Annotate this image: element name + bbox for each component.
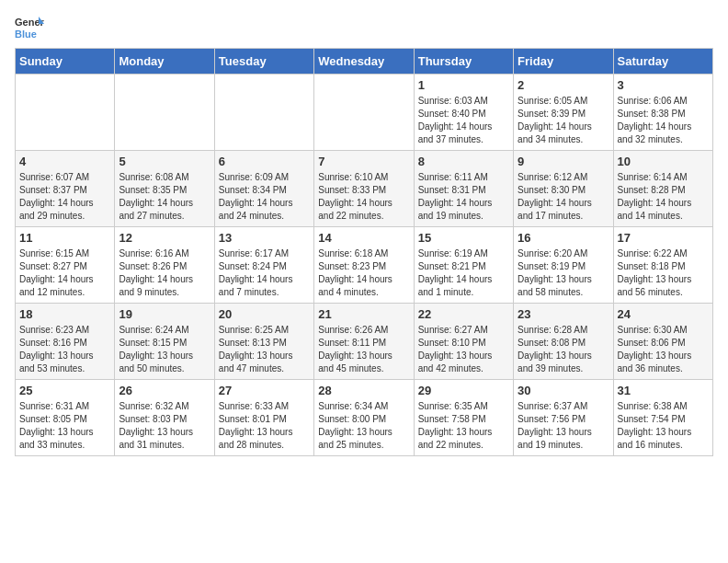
calendar-week-4: 18Sunrise: 6:23 AM Sunset: 8:16 PM Dayli… <box>16 304 713 380</box>
header-day-friday: Friday <box>514 49 613 75</box>
day-number: 16 <box>518 231 609 245</box>
day-number: 4 <box>19 155 110 168</box>
day-info: Sunrise: 6:27 AM Sunset: 8:10 PM Dayligh… <box>418 324 509 375</box>
day-number: 13 <box>219 231 310 245</box>
calendar-cell: 29Sunrise: 6:35 AM Sunset: 7:58 PM Dayli… <box>414 380 513 456</box>
day-number: 15 <box>418 231 509 245</box>
calendar-cell: 30Sunrise: 6:37 AM Sunset: 7:56 PM Dayli… <box>514 380 613 456</box>
day-info: Sunrise: 6:25 AM Sunset: 8:13 PM Dayligh… <box>219 324 310 375</box>
day-info: Sunrise: 6:16 AM Sunset: 8:26 PM Dayligh… <box>119 247 210 299</box>
calendar-cell: 14Sunrise: 6:18 AM Sunset: 8:23 PM Dayli… <box>314 227 414 304</box>
day-number: 14 <box>318 231 409 245</box>
day-info: Sunrise: 6:19 AM Sunset: 8:21 PM Dayligh… <box>418 247 509 299</box>
day-info: Sunrise: 6:23 AM Sunset: 8:16 PM Dayligh… <box>19 324 110 375</box>
calendar-cell: 21Sunrise: 6:26 AM Sunset: 8:11 PM Dayli… <box>314 304 414 380</box>
day-info: Sunrise: 6:20 AM Sunset: 8:19 PM Dayligh… <box>518 247 609 299</box>
day-info: Sunrise: 6:08 AM Sunset: 8:35 PM Dayligh… <box>119 171 210 223</box>
svg-text:Blue: Blue <box>15 29 37 40</box>
day-info: Sunrise: 6:05 AM Sunset: 8:39 PM Dayligh… <box>518 95 609 146</box>
day-number: 21 <box>318 307 409 321</box>
day-info: Sunrise: 6:26 AM Sunset: 8:11 PM Dayligh… <box>318 324 409 375</box>
calendar-cell: 25Sunrise: 6:31 AM Sunset: 8:05 PM Dayli… <box>16 380 115 456</box>
logo-svg: General Blue <box>15 15 44 40</box>
day-number: 26 <box>119 384 210 397</box>
day-number: 10 <box>618 155 709 168</box>
day-info: Sunrise: 6:37 AM Sunset: 7:56 PM Dayligh… <box>518 400 609 452</box>
day-info: Sunrise: 6:14 AM Sunset: 8:28 PM Dayligh… <box>618 171 709 223</box>
day-info: Sunrise: 6:34 AM Sunset: 8:00 PM Dayligh… <box>318 400 409 452</box>
header-day-sunday: Sunday <box>16 49 115 75</box>
calendar-cell: 10Sunrise: 6:14 AM Sunset: 8:28 PM Dayli… <box>613 151 712 227</box>
header-day-wednesday: Wednesday <box>314 49 414 75</box>
day-number: 27 <box>219 384 310 397</box>
calendar-cell: 20Sunrise: 6:25 AM Sunset: 8:13 PM Dayli… <box>214 304 313 380</box>
calendar-table: SundayMondayTuesdayWednesdayThursdayFrid… <box>15 48 713 456</box>
calendar-cell: 6Sunrise: 6:09 AM Sunset: 8:34 PM Daylig… <box>214 151 313 227</box>
calendar-week-2: 4Sunrise: 6:07 AM Sunset: 8:37 PM Daylig… <box>16 151 713 227</box>
day-number: 29 <box>418 384 509 397</box>
calendar-cell: 8Sunrise: 6:11 AM Sunset: 8:31 PM Daylig… <box>414 151 513 227</box>
calendar-cell: 7Sunrise: 6:10 AM Sunset: 8:33 PM Daylig… <box>314 151 414 227</box>
day-info: Sunrise: 6:35 AM Sunset: 7:58 PM Dayligh… <box>418 400 509 452</box>
header-day-monday: Monday <box>115 49 214 75</box>
calendar-week-1: 1Sunrise: 6:03 AM Sunset: 8:40 PM Daylig… <box>16 75 713 151</box>
day-info: Sunrise: 6:24 AM Sunset: 8:15 PM Dayligh… <box>119 324 210 375</box>
header-day-tuesday: Tuesday <box>214 49 313 75</box>
day-number: 22 <box>418 307 509 321</box>
day-number: 30 <box>518 384 609 397</box>
day-number: 31 <box>618 384 709 397</box>
calendar-cell: 22Sunrise: 6:27 AM Sunset: 8:10 PM Dayli… <box>414 304 513 380</box>
day-number: 25 <box>19 384 110 397</box>
day-number: 28 <box>318 384 409 397</box>
day-info: Sunrise: 6:17 AM Sunset: 8:24 PM Dayligh… <box>219 247 310 299</box>
calendar-cell: 9Sunrise: 6:12 AM Sunset: 8:30 PM Daylig… <box>514 151 613 227</box>
day-number: 11 <box>19 231 110 245</box>
calendar-week-5: 25Sunrise: 6:31 AM Sunset: 8:05 PM Dayli… <box>16 380 713 456</box>
day-info: Sunrise: 6:18 AM Sunset: 8:23 PM Dayligh… <box>318 247 409 299</box>
day-number: 20 <box>219 307 310 321</box>
day-info: Sunrise: 6:03 AM Sunset: 8:40 PM Dayligh… <box>418 95 509 146</box>
day-info: Sunrise: 6:15 AM Sunset: 8:27 PM Dayligh… <box>19 247 110 299</box>
calendar-cell <box>115 75 214 151</box>
calendar-cell <box>314 75 414 151</box>
day-info: Sunrise: 6:30 AM Sunset: 8:06 PM Dayligh… <box>618 324 709 375</box>
calendar-cell: 15Sunrise: 6:19 AM Sunset: 8:21 PM Dayli… <box>414 227 513 304</box>
header-row: SundayMondayTuesdayWednesdayThursdayFrid… <box>16 49 713 75</box>
calendar-cell: 11Sunrise: 6:15 AM Sunset: 8:27 PM Dayli… <box>16 227 115 304</box>
day-info: Sunrise: 6:09 AM Sunset: 8:34 PM Dayligh… <box>219 171 310 223</box>
calendar-cell: 12Sunrise: 6:16 AM Sunset: 8:26 PM Dayli… <box>115 227 214 304</box>
header-day-thursday: Thursday <box>414 49 513 75</box>
day-number: 1 <box>418 78 509 92</box>
calendar-cell: 26Sunrise: 6:32 AM Sunset: 8:03 PM Dayli… <box>115 380 214 456</box>
calendar-cell: 27Sunrise: 6:33 AM Sunset: 8:01 PM Dayli… <box>214 380 313 456</box>
calendar-week-3: 11Sunrise: 6:15 AM Sunset: 8:27 PM Dayli… <box>16 227 713 304</box>
logo: General Blue <box>15 15 44 40</box>
day-number: 19 <box>119 307 210 321</box>
calendar-cell: 24Sunrise: 6:30 AM Sunset: 8:06 PM Dayli… <box>613 304 712 380</box>
calendar-cell: 28Sunrise: 6:34 AM Sunset: 8:00 PM Dayli… <box>314 380 414 456</box>
day-info: Sunrise: 6:22 AM Sunset: 8:18 PM Dayligh… <box>618 247 709 299</box>
day-number: 5 <box>119 155 210 168</box>
calendar-cell: 1Sunrise: 6:03 AM Sunset: 8:40 PM Daylig… <box>414 75 513 151</box>
day-info: Sunrise: 6:32 AM Sunset: 8:03 PM Dayligh… <box>119 400 210 452</box>
calendar-cell: 19Sunrise: 6:24 AM Sunset: 8:15 PM Dayli… <box>115 304 214 380</box>
day-number: 9 <box>518 155 609 168</box>
day-info: Sunrise: 6:12 AM Sunset: 8:30 PM Dayligh… <box>518 171 609 223</box>
day-number: 2 <box>518 78 609 92</box>
day-number: 3 <box>618 78 709 92</box>
day-info: Sunrise: 6:31 AM Sunset: 8:05 PM Dayligh… <box>19 400 110 452</box>
calendar-cell: 3Sunrise: 6:06 AM Sunset: 8:38 PM Daylig… <box>613 75 712 151</box>
day-info: Sunrise: 6:10 AM Sunset: 8:33 PM Dayligh… <box>318 171 409 223</box>
calendar-cell: 23Sunrise: 6:28 AM Sunset: 8:08 PM Dayli… <box>514 304 613 380</box>
calendar-cell: 4Sunrise: 6:07 AM Sunset: 8:37 PM Daylig… <box>16 151 115 227</box>
day-number: 18 <box>19 307 110 321</box>
calendar-cell: 13Sunrise: 6:17 AM Sunset: 8:24 PM Dayli… <box>214 227 313 304</box>
day-info: Sunrise: 6:11 AM Sunset: 8:31 PM Dayligh… <box>418 171 509 223</box>
calendar-cell: 31Sunrise: 6:38 AM Sunset: 7:54 PM Dayli… <box>613 380 712 456</box>
header-day-saturday: Saturday <box>613 49 712 75</box>
day-info: Sunrise: 6:28 AM Sunset: 8:08 PM Dayligh… <box>518 324 609 375</box>
day-number: 23 <box>518 307 609 321</box>
calendar-cell: 17Sunrise: 6:22 AM Sunset: 8:18 PM Dayli… <box>613 227 712 304</box>
day-number: 8 <box>418 155 509 168</box>
day-number: 12 <box>119 231 210 245</box>
